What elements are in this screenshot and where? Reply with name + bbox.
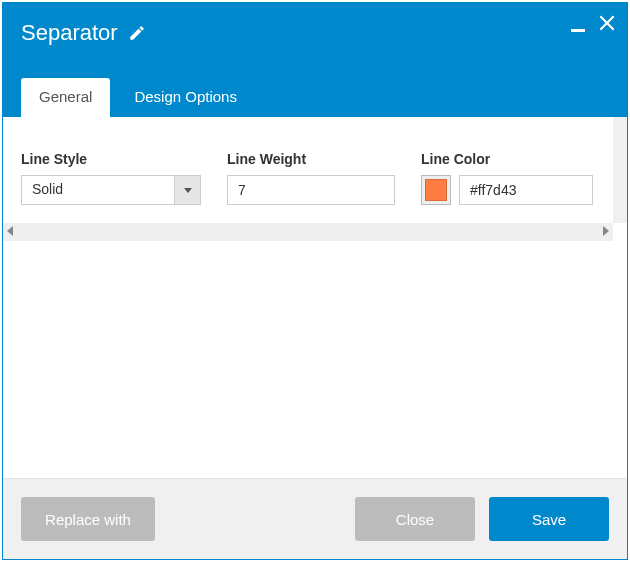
field-line-weight: Line Weight	[227, 151, 395, 205]
dialog-footer: Replace with Close Save	[3, 478, 627, 559]
line-color-input[interactable]	[459, 175, 593, 205]
line-color-label: Line Color	[421, 151, 593, 167]
pencil-icon[interactable]	[128, 24, 146, 42]
empty-area	[3, 241, 627, 478]
scroll-right-icon[interactable]	[603, 226, 609, 236]
line-weight-input[interactable]	[227, 175, 395, 205]
minimize-icon[interactable]	[571, 29, 585, 32]
content-area: Line Style Solid Line Weight Line Color	[3, 117, 627, 478]
form-row: Line Style Solid Line Weight Line Color	[3, 117, 627, 223]
color-input-group	[421, 175, 593, 205]
line-style-select[interactable]: Solid	[21, 175, 201, 205]
scroll-left-icon[interactable]	[7, 226, 13, 236]
line-style-label: Line Style	[21, 151, 201, 167]
footer-spacer	[169, 497, 341, 541]
line-style-value: Solid	[22, 176, 174, 204]
field-line-color: Line Color	[421, 151, 593, 205]
tab-bar: General Design Options	[3, 63, 627, 117]
color-swatch-inner	[425, 179, 447, 201]
line-weight-label: Line Weight	[227, 151, 395, 167]
titlebar: Separator	[3, 3, 627, 63]
close-button[interactable]: Close	[355, 497, 475, 541]
tab-general[interactable]: General	[21, 78, 110, 117]
replace-with-button[interactable]: Replace with	[21, 497, 155, 541]
close-icon[interactable]	[597, 13, 617, 33]
dialog-title: Separator	[21, 20, 118, 46]
tab-design-options[interactable]: Design Options	[116, 78, 255, 117]
field-line-style: Line Style Solid	[21, 151, 201, 205]
horizontal-scrollbar[interactable]	[3, 223, 613, 241]
save-button[interactable]: Save	[489, 497, 609, 541]
window-controls	[571, 13, 617, 33]
dialog-window: Separator General Design Options Line St…	[2, 2, 628, 560]
color-swatch[interactable]	[421, 175, 451, 205]
chevron-down-icon[interactable]	[174, 176, 200, 204]
